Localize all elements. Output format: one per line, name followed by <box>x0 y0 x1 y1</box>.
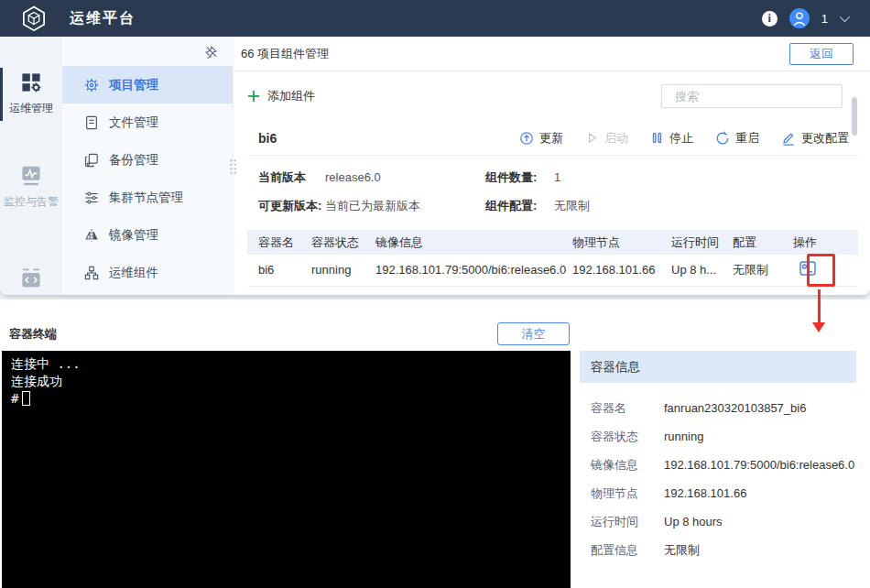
avatar[interactable] <box>789 8 810 28</box>
cell-container-name: bi6 <box>247 255 311 286</box>
sidebar-item-cluster-node-mgmt[interactable]: 集群节点管理 <box>62 179 233 216</box>
add-component-button[interactable]: 添加组件 <box>247 88 315 104</box>
app-header: 运维平台 i 1 <box>0 0 870 37</box>
field-label: 容器名 <box>591 400 664 417</box>
cluster-sliders-icon <box>84 191 99 205</box>
field-label: 运行时间 <box>591 514 664 530</box>
code-icon <box>20 267 42 289</box>
monitor-chart-icon <box>20 165 42 187</box>
container-info-row: 物理节点 192.168.101.66 <box>591 479 856 507</box>
user-count: 1 <box>821 12 828 26</box>
plus-icon <box>247 90 260 103</box>
change-config-button[interactable]: 更改配置 <box>781 130 849 147</box>
search-box <box>661 84 843 108</box>
breadcrumb: 66 项目组件管理 <box>241 46 329 62</box>
rail-item-label: 运维管理 <box>9 101 53 116</box>
container-info-row: 容器名 fanruan230320103857_bi6 <box>591 394 856 422</box>
sidebar-item-backup-mgmt[interactable]: 备份管理 <box>62 141 233 179</box>
col-physical-node: 物理节点 <box>572 230 671 255</box>
start-button[interactable]: 启动 <box>585 130 628 147</box>
field-value: 192.168.101.66 <box>664 486 746 500</box>
cell-uptime: Up 8 h... <box>671 255 733 286</box>
terminal-section: 容器终端 清空 连接中 ... 连接成功 # 容器信息 容器名 fanruan2… <box>0 299 870 588</box>
main-content: 66 项目组件管理 返回 添加组件 <box>234 37 870 295</box>
highlight-arrow-head <box>812 322 825 332</box>
action-label: 更新 <box>539 130 563 147</box>
edit-icon <box>781 131 796 146</box>
stop-button[interactable]: 停止 <box>650 130 693 147</box>
highlight-box <box>807 254 835 287</box>
sidebar-item-project-mgmt[interactable]: 项目管理 <box>62 66 233 103</box>
rail-item-dev[interactable] <box>0 267 62 289</box>
app-title: 运维平台 <box>70 9 136 28</box>
pause-icon <box>650 131 664 145</box>
sidebar-item-label: 文件管理 <box>109 114 158 131</box>
sidebar-item-ops-components[interactable]: 运维组件 <box>62 254 233 291</box>
col-container-name: 容器名 <box>247 230 311 255</box>
field-value: Up 8 hours <box>664 515 723 528</box>
info-label: 组件数量: <box>485 163 554 191</box>
update-button[interactable]: 更新 <box>519 130 563 147</box>
pin-off-icon[interactable] <box>204 45 218 59</box>
cell-container-status: running <box>311 255 375 286</box>
container-info-row: 运行时间 Up 8 hours <box>591 507 856 536</box>
component-info-grid: 当前版本 release6.0 组件数量: 1 可更新版本: 当前已为最新版本 … <box>247 156 858 220</box>
sidebar-item-file-mgmt[interactable]: 文件管理 <box>62 103 233 141</box>
col-uptime: 运行时间 <box>671 230 733 255</box>
terminal-title: 容器终端 <box>9 326 57 343</box>
gear-icon <box>84 78 99 93</box>
field-label: 配置信息 <box>591 542 664 559</box>
terminal-line: 连接成功 <box>11 373 561 390</box>
sidebar-resize-handle[interactable] <box>229 158 237 176</box>
info-label: 当前版本 <box>258 163 325 191</box>
back-button[interactable]: 返回 <box>789 43 854 65</box>
field-value: running <box>664 430 703 443</box>
component-panel-header: bi6 更新 启动 <box>247 121 858 156</box>
container-table: 容器名 容器状态 镜像信息 物理节点 运行时间 配置 操作 bi6 runnin <box>247 230 858 287</box>
field-label: 物理节点 <box>591 485 664 502</box>
logo-cube-icon <box>20 5 48 32</box>
sidebar-item-image-mgmt[interactable]: 镜像管理 <box>62 216 233 254</box>
cell-physical-node: 192.168.101.66 <box>572 255 671 286</box>
terminal-cursor <box>22 391 30 406</box>
info-value: 无限制 <box>554 191 858 220</box>
field-label: 容器状态 <box>591 429 664 445</box>
terminal-window[interactable]: 连接中 ... 连接成功 # <box>2 351 571 588</box>
search-input[interactable] <box>675 90 836 103</box>
field-value: 无限制 <box>664 542 700 559</box>
toolbar: 添加组件 <box>247 83 843 109</box>
field-value: fanruan230320103857_bi6 <box>664 401 806 415</box>
components-icon <box>84 266 99 280</box>
scrollbar-thumb[interactable] <box>852 97 857 136</box>
sidebar-item-label: 运维组件 <box>109 265 158 281</box>
col-operation: 操作 <box>793 230 858 255</box>
info-label: 组件配置: <box>485 191 554 220</box>
field-value: 192.168.101.79:5000/bi6:release6.0 <box>664 458 854 472</box>
action-label: 启动 <box>604 130 628 147</box>
restart-button[interactable]: 重启 <box>715 130 759 147</box>
sidebar-item-label: 项目管理 <box>109 77 158 93</box>
clear-button[interactable]: 清空 <box>497 322 570 345</box>
play-icon <box>585 131 599 145</box>
container-info-panel: 容器信息 容器名 fanruan230320103857_bi6 容器状态 ru… <box>580 351 856 564</box>
chevron-down-icon[interactable] <box>840 12 850 22</box>
container-info-row: 容器状态 running <box>591 422 856 451</box>
ops-grid-gear-icon <box>20 71 42 93</box>
container-info-row: 配置信息 无限制 <box>591 536 856 564</box>
table-row: bi6 running 192.168.101.79:5000/bi6:rele… <box>247 255 858 286</box>
sidebar-item-label: 镜像管理 <box>109 227 158 244</box>
col-container-status: 容器状态 <box>311 230 375 255</box>
mirror-icon <box>84 228 99 243</box>
info-icon[interactable]: i <box>762 11 778 27</box>
rail-item-ops[interactable]: 运维管理 <box>0 71 62 116</box>
info-value: release6.0 <box>325 163 485 191</box>
component-panel: bi6 更新 启动 <box>247 121 858 287</box>
app-window: 运维平台 i 1 <box>0 0 870 295</box>
action-label: 停止 <box>669 130 693 147</box>
field-label: 镜像信息 <box>591 457 664 474</box>
terminal-line: 连接中 ... <box>11 355 561 373</box>
container-info-row: 镜像信息 192.168.101.79:5000/bi6:release6.0 <box>591 451 856 479</box>
restart-icon <box>715 131 730 146</box>
rail-item-monitoring[interactable]: 监控与告警 <box>0 165 62 210</box>
info-value: 当前已为最新版本 <box>325 191 485 220</box>
